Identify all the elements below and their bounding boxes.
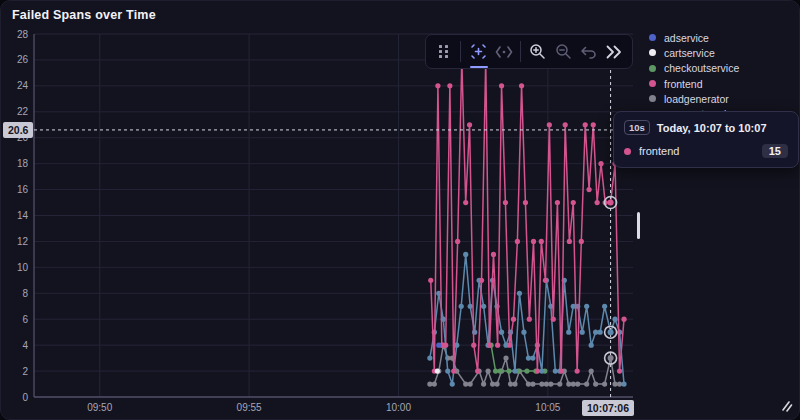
series-point-unlabeled xyxy=(566,330,571,335)
series-point-cartservice xyxy=(435,368,440,373)
legend-item-frontend[interactable]: frontend xyxy=(649,76,739,91)
series-point-frontend xyxy=(511,317,516,322)
legend-item-checkoutservice[interactable]: checkoutservice xyxy=(649,61,739,76)
series-point-adservice xyxy=(436,343,441,348)
series-point-frontend xyxy=(563,122,568,127)
series-point-unlabeled xyxy=(459,304,464,309)
chart-toolbar xyxy=(425,34,633,69)
series-point-frontend xyxy=(586,187,591,192)
series-point-frontend xyxy=(535,368,540,373)
series-point-unlabeled xyxy=(521,330,526,335)
zoom-out-icon[interactable] xyxy=(552,35,575,68)
series-point-frontend xyxy=(491,252,496,257)
series-point-frontend xyxy=(567,239,572,244)
series-point-checkoutservice xyxy=(506,368,511,373)
series-point-loadgenerator xyxy=(503,356,508,361)
series-point-loadgenerator xyxy=(463,381,468,386)
series-point-frontend xyxy=(523,200,528,205)
series-point-unlabeled xyxy=(530,356,535,361)
series-point-loadgenerator xyxy=(494,381,499,386)
series-point-loadgenerator xyxy=(566,381,571,386)
series-point-loadgenerator xyxy=(526,381,531,386)
legend-item-cartservice[interactable]: cartservice xyxy=(649,45,739,60)
series-point-frontend xyxy=(571,200,576,205)
right-scroll-thumb[interactable] xyxy=(637,212,640,239)
resize-handle-icon[interactable] xyxy=(775,397,793,413)
box-select-zoom-icon[interactable] xyxy=(466,35,489,68)
series-point-loadgenerator xyxy=(481,381,486,386)
series-point-loadgenerator xyxy=(602,381,607,386)
series-point-loadgenerator xyxy=(512,381,517,386)
legend-dot xyxy=(649,49,656,56)
series-point-frontend xyxy=(471,343,476,348)
y-tick-label: 10 xyxy=(17,262,29,273)
y-tick-label: 14 xyxy=(17,210,29,221)
legend-dot xyxy=(649,80,656,87)
highlight-point-frontend xyxy=(608,200,614,206)
series-point-unlabeled xyxy=(526,356,531,361)
series-point-unlabeled xyxy=(445,368,450,373)
series-point-frontend xyxy=(531,239,536,244)
series-point-loadgenerator xyxy=(575,381,580,386)
legend-label: loadgenerator xyxy=(664,93,729,105)
series-point-frontend xyxy=(455,239,460,244)
y-tick-label: 4 xyxy=(22,340,28,351)
series-point-frontend xyxy=(499,83,504,88)
series-point-frontend xyxy=(495,343,500,348)
series-point-loadgenerator xyxy=(427,381,432,386)
x-tick-label: 09:55 xyxy=(237,402,262,413)
series-point-loadgenerator xyxy=(571,381,576,386)
horizontal-expand-icon[interactable] xyxy=(492,35,515,68)
series-point-loadgenerator xyxy=(539,381,544,386)
y-tick-label: 0 xyxy=(22,392,28,403)
legend-item-loadgenerator[interactable]: loadgenerator xyxy=(649,91,739,106)
legend-dot xyxy=(649,95,656,102)
chart-legend: adservicecartservicecheckoutservicefront… xyxy=(649,30,739,122)
series-point-frontend xyxy=(583,122,588,127)
series-point-frontend xyxy=(621,317,626,322)
series-point-loadgenerator xyxy=(593,381,598,386)
tooltip-series-name: frontend xyxy=(639,145,754,157)
series-point-frontend xyxy=(487,343,492,348)
series-point-unlabeled xyxy=(584,304,589,309)
series-point-loadgenerator xyxy=(508,381,513,386)
crosshair-y-value-badge: 20.6 xyxy=(3,122,33,138)
series-point-frontend xyxy=(467,122,472,127)
legend-item-adservice[interactable]: adservice xyxy=(649,30,739,45)
tooltip-series-value: 15 xyxy=(762,144,788,158)
toolbar-divider xyxy=(520,41,521,62)
series-point-checkoutservice xyxy=(493,368,498,373)
forward-chevrons-icon[interactable] xyxy=(603,35,626,68)
zoom-in-icon[interactable] xyxy=(526,35,549,68)
crosshair-x-value-badge: 10:07:06 xyxy=(582,400,634,416)
series-point-unlabeled xyxy=(589,343,594,348)
series-point-loadgenerator xyxy=(557,381,562,386)
series-point-frontend xyxy=(451,368,456,373)
y-tick-label: 28 xyxy=(17,29,29,40)
y-tick-label: 16 xyxy=(17,184,29,195)
chart-panel: Failed Spans over Time 02468101214161820… xyxy=(0,0,800,420)
series-point-frontend xyxy=(591,122,596,127)
y-tick-label: 12 xyxy=(17,236,29,247)
series-point-frontend xyxy=(543,278,548,283)
series-point-unlabeled xyxy=(593,330,598,335)
series-point-unlabeled xyxy=(621,381,626,386)
series-point-frontend xyxy=(527,317,532,322)
series-point-frontend xyxy=(479,278,484,283)
tooltip-series-dot xyxy=(624,148,631,155)
highlight-point-unlabeled xyxy=(608,329,614,335)
series-line-loadgenerator xyxy=(430,345,620,384)
tooltip-interval-badge: 10s xyxy=(624,120,650,135)
series-point-loadgenerator xyxy=(612,381,617,386)
series-point-frontend xyxy=(555,200,560,205)
series-point-frontend xyxy=(579,239,584,244)
drag-handle-icon[interactable] xyxy=(432,35,455,68)
series-point-unlabeled xyxy=(612,317,617,322)
series-point-unlabeled xyxy=(468,304,473,309)
series-point-unlabeled xyxy=(602,304,607,309)
x-tick-label: 10:00 xyxy=(386,402,411,413)
series-point-frontend xyxy=(463,200,468,205)
series-point-unlabeled xyxy=(499,330,504,335)
y-tick-label: 2 xyxy=(22,366,28,377)
undo-icon[interactable] xyxy=(577,35,600,68)
